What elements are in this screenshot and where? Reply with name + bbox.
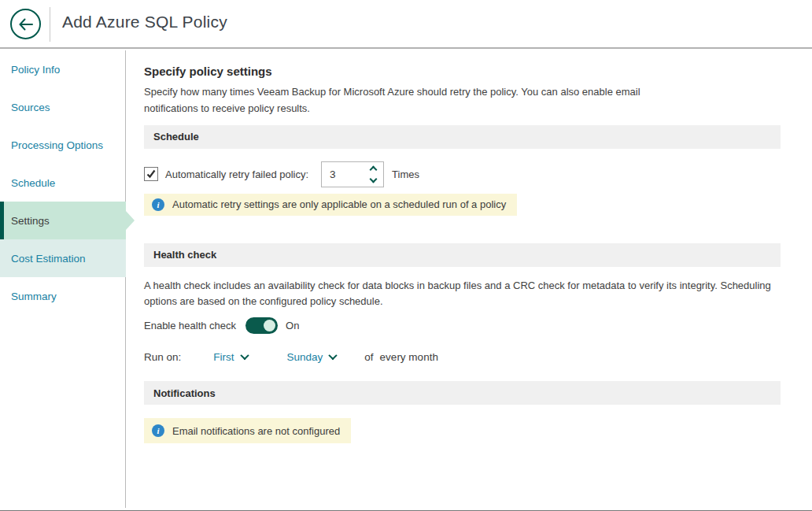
week-day-dropdown[interactable]: Sunday — [287, 351, 337, 363]
sidebar-item-summary[interactable]: Summary — [0, 277, 126, 315]
page-title: Add Azure SQL Policy — [62, 13, 227, 31]
retry-label: Automatically retry failed policy: — [165, 168, 308, 180]
chevron-down-icon — [240, 351, 249, 360]
sidebar-item-cost-estimation[interactable]: Cost Estimation — [0, 239, 126, 277]
toggle-state-label: On — [286, 320, 299, 331]
back-arrow-icon — [17, 17, 35, 31]
section-header-notifications: Notifications — [144, 381, 781, 405]
sidebar-item-label: Sources — [11, 102, 50, 113]
wizard-steps-sidebar: Policy Info Sources Processing Options S… — [0, 50, 126, 315]
notifications-info-banner: i Email notifications are not configured — [144, 418, 351, 443]
week-day-value: Sunday — [287, 351, 323, 363]
step-heading: Specify policy settings — [144, 65, 781, 78]
info-icon: i — [152, 424, 164, 437]
back-button[interactable] — [10, 9, 41, 39]
spinner-buttons — [371, 162, 376, 187]
settings-step-content: Specify policy settings Specify how many… — [126, 50, 812, 511]
notifications-info-text: Email notifications are not configured — [172, 425, 340, 437]
checkmark-icon — [146, 168, 157, 180]
sidebar-item-schedule[interactable]: Schedule — [0, 164, 126, 202]
sidebar-item-sources[interactable]: Sources — [0, 88, 126, 126]
week-number-value: First — [213, 351, 234, 363]
health-check-toggle-label: Enable health check — [144, 320, 236, 331]
run-on-label: Run on: — [144, 351, 181, 363]
retry-info-banner: i Automatic retry settings are only appl… — [144, 194, 517, 216]
spinner-down-icon[interactable] — [370, 175, 378, 183]
health-check-description: A health check includes an availability … — [144, 278, 773, 311]
sidebar-item-label: Summary — [11, 291, 57, 302]
run-on-month-label: every month — [380, 351, 438, 363]
active-item-pointer — [126, 211, 135, 230]
retry-setting-row: Automatically retry failed policy: Times — [144, 161, 781, 187]
toggle-knob — [264, 320, 275, 331]
info-icon: i — [152, 198, 164, 211]
sidebar-item-label: Policy Info — [11, 64, 60, 76]
health-check-toggle[interactable] — [245, 317, 278, 334]
header: Add Azure SQL Policy — [0, 0, 812, 49]
sidebar-item-label: Schedule — [11, 177, 55, 189]
sidebar-item-label: Cost Estimation — [11, 253, 86, 265]
health-check-toggle-row: Enable health check On — [144, 317, 781, 334]
section-header-health-check: Health check — [144, 243, 781, 267]
sidebar-item-policy-info[interactable]: Policy Info — [0, 50, 126, 88]
run-on-row: Run on: First Sunday of every month — [144, 350, 781, 364]
retry-count-spinner — [321, 161, 384, 187]
header-separator — [50, 7, 50, 42]
section-header-schedule: Schedule — [144, 125, 781, 149]
retry-info-text: Automatic retry settings are only applic… — [172, 198, 506, 210]
run-on-of-label: of — [364, 351, 373, 363]
sidebar-item-settings[interactable]: Settings — [0, 202, 126, 239]
retry-checkbox[interactable] — [144, 167, 158, 181]
spinner-up-icon[interactable] — [370, 165, 378, 173]
sidebar-item-label: Processing Options — [11, 139, 103, 151]
retry-unit-label: Times — [392, 168, 419, 180]
retry-count-input[interactable] — [322, 168, 356, 180]
step-description: Specify how many times Veeam Backup for … — [144, 84, 687, 117]
sidebar-item-label: Settings — [11, 215, 50, 227]
chevron-down-icon — [329, 351, 338, 360]
week-number-dropdown[interactable]: First — [213, 351, 247, 363]
sidebar-item-processing-options[interactable]: Processing Options — [0, 126, 126, 164]
add-azure-sql-policy-window: Add Azure SQL Policy Policy Info Sources… — [0, 0, 812, 511]
